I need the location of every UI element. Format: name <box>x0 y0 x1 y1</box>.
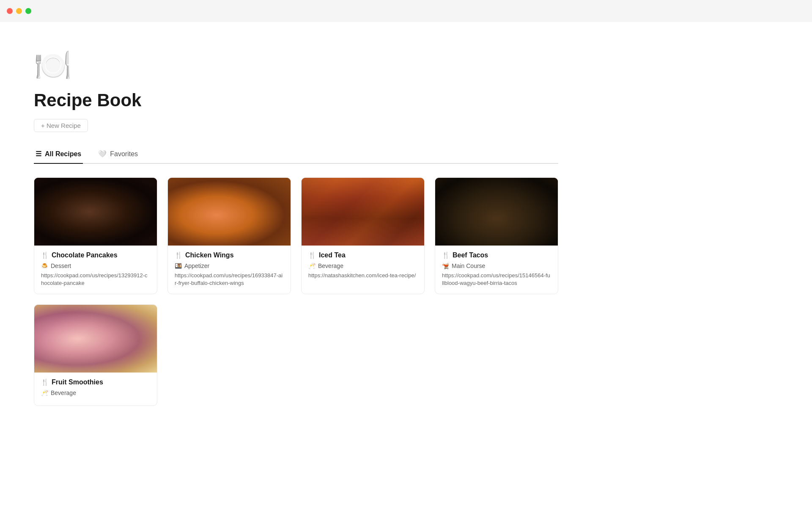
recipe-card-beef-tacos[interactable]: 🍴Beef Tacos🫕Main Coursehttps://cookpad.c… <box>435 177 558 294</box>
fork-icon: 🍴 <box>442 251 450 259</box>
tab-favorites-label: Favorites <box>110 150 138 158</box>
recipe-card-body-beef-tacos: 🍴Beef Tacos🫕Main Coursehttps://cookpad.c… <box>435 246 558 294</box>
main-content: 🍽️ Recipe Book + New Recipe ☰ All Recipe… <box>0 22 592 431</box>
recipe-name-chocolate-pancakes: 🍴Chocolate Pancakes <box>41 251 150 259</box>
recipe-category-iced-tea: 🥂Beverage <box>308 262 417 269</box>
category-icon: 🥂 <box>308 262 315 269</box>
recipe-category-chicken-wings: 🍱Appetizer <box>175 262 284 269</box>
page-title: Recipe Book <box>34 90 558 110</box>
recipe-name-chicken-wings: 🍴Chicken Wings <box>175 251 284 259</box>
fork-icon: 🍴 <box>308 251 316 259</box>
category-icon: 🍮 <box>41 262 48 269</box>
recipe-image-chocolate-pancakes <box>34 178 157 246</box>
recipe-card-body-iced-tea: 🍴Iced Tea🥂Beveragehttps://natashaskitche… <box>302 246 424 286</box>
fork-icon: 🍴 <box>175 251 183 259</box>
recipe-category-beef-tacos: 🫕Main Course <box>442 262 551 269</box>
recipe-url-chicken-wings[interactable]: https://cookpad.com/us/recipes/16933847-… <box>175 272 284 287</box>
recipe-card-body-chocolate-pancakes: 🍴Chocolate Pancakes🍮Desserthttps://cookp… <box>34 246 157 294</box>
recipe-category-fruit-smoothies: 🥂Beverage <box>41 389 150 396</box>
recipe-grid: 🍴Chocolate Pancakes🍮Desserthttps://cookp… <box>34 177 558 406</box>
recipe-image-fruit-smoothies <box>34 305 157 373</box>
recipe-name-beef-tacos: 🍴Beef Tacos <box>442 251 551 259</box>
new-recipe-button[interactable]: + New Recipe <box>34 119 88 132</box>
tabs-container: ☰ All Recipes 🤍 Favorites <box>34 146 558 164</box>
recipe-card-iced-tea[interactable]: 🍴Iced Tea🥂Beveragehttps://natashaskitche… <box>301 177 425 294</box>
recipe-card-chocolate-pancakes[interactable]: 🍴Chocolate Pancakes🍮Desserthttps://cookp… <box>34 177 157 294</box>
recipe-url-iced-tea[interactable]: https://natashaskitchen.com/iced-tea-rec… <box>308 272 417 279</box>
fork-icon: 🍴 <box>41 378 49 386</box>
category-icon: 🫕 <box>442 262 449 269</box>
recipe-image-iced-tea <box>302 178 424 246</box>
recipe-name-iced-tea: 🍴Iced Tea <box>308 251 417 259</box>
category-icon: 🥂 <box>41 389 48 396</box>
heart-icon: 🤍 <box>98 150 107 158</box>
recipe-card-body-chicken-wings: 🍴Chicken Wings🍱Appetizerhttps://cookpad.… <box>168 246 291 294</box>
minimize-button[interactable] <box>16 8 22 14</box>
titlebar <box>0 0 812 22</box>
tab-all-recipes-label: All Recipes <box>45 150 81 158</box>
recipe-name-fruit-smoothies: 🍴Fruit Smoothies <box>41 378 150 386</box>
maximize-button[interactable] <box>25 8 31 14</box>
recipe-url-beef-tacos[interactable]: https://cookpad.com/us/recipes/15146564-… <box>442 272 551 287</box>
recipe-url-chocolate-pancakes[interactable]: https://cookpad.com/us/recipes/13293912-… <box>41 272 150 287</box>
recipe-card-fruit-smoothies[interactable]: 🍴Fruit Smoothies🥂Beverage <box>34 304 157 406</box>
tab-favorites[interactable]: 🤍 Favorites <box>96 146 140 164</box>
fork-icon: 🍴 <box>41 251 49 259</box>
page-icon: 🍽️ <box>34 47 558 83</box>
recipe-category-chocolate-pancakes: 🍮Dessert <box>41 262 150 269</box>
recipe-card-chicken-wings[interactable]: 🍴Chicken Wings🍱Appetizerhttps://cookpad.… <box>167 177 291 294</box>
recipe-image-chicken-wings <box>168 178 291 246</box>
close-button[interactable] <box>7 8 13 14</box>
recipe-image-beef-tacos <box>435 178 558 246</box>
recipe-card-body-fruit-smoothies: 🍴Fruit Smoothies🥂Beverage <box>34 373 157 406</box>
list-icon: ☰ <box>36 150 41 158</box>
category-icon: 🍱 <box>175 262 182 269</box>
tab-all-recipes[interactable]: ☰ All Recipes <box>34 146 83 164</box>
